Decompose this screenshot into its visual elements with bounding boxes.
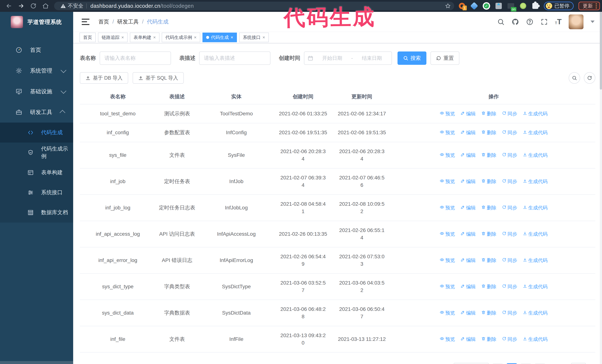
sidebar-item-infra[interactable]: 基础设施 [0, 81, 73, 102]
generate-code-link[interactable]: 生成代码 [523, 257, 548, 264]
browser-forward-icon[interactable] [18, 3, 24, 9]
delete-link[interactable]: 删除 [481, 309, 496, 317]
sidebar-item-home[interactable]: 首页 [0, 40, 73, 60]
sidebar-item-system[interactable]: 系统管理 [0, 60, 73, 81]
preview-link[interactable]: 预览 [440, 110, 455, 117]
delete-link[interactable]: 删除 [481, 178, 496, 185]
generate-code-link[interactable]: 生成代码 [523, 110, 548, 117]
goto-page-input[interactable] [571, 363, 586, 364]
search-button[interactable]: 搜索 [398, 52, 426, 65]
preview-link[interactable]: 预览 [440, 151, 455, 159]
tab-首页[interactable]: 首页 [79, 32, 96, 42]
import-db-button[interactable]: 基于 DB 导入 [80, 72, 128, 84]
sidebar-subitem-表单构建[interactable]: 表单构建 [0, 163, 73, 183]
delete-link[interactable]: 删除 [481, 283, 496, 290]
tab-close-icon[interactable]: × [121, 35, 124, 40]
date-range-picker[interactable]: 开始日期 - 结束日期 [304, 52, 392, 65]
end-date-placeholder[interactable]: 结束日期 [355, 55, 388, 62]
tab-系统接口[interactable]: 系统接口× [239, 32, 269, 42]
tab-代码生成[interactable]: 代码生成× [203, 32, 237, 42]
tab-代码生成示例[interactable]: 代码生成示例× [162, 32, 200, 42]
tab-链路追踪[interactable]: 链路追踪× [98, 32, 128, 42]
generate-code-link[interactable]: 生成代码 [523, 230, 548, 238]
avatar-caret-icon[interactable] [591, 21, 595, 25]
extension-gem-icon[interactable] [471, 2, 478, 10]
preview-link[interactable]: 预览 [440, 257, 455, 264]
generate-code-link[interactable]: 生成代码 [523, 309, 548, 317]
security-label[interactable]: 不安全 [68, 2, 83, 10]
extension-monkey-icon[interactable] [519, 2, 527, 10]
generate-code-link[interactable]: 生成代码 [523, 129, 548, 136]
preview-link[interactable]: 预览 [440, 283, 455, 290]
user-avatar[interactable] [569, 14, 583, 29]
preview-link[interactable]: 预览 [440, 309, 455, 317]
sync-link[interactable]: 同步 [502, 335, 517, 343]
extension-shield-icon[interactable]: ✓ [483, 2, 490, 10]
edit-link[interactable]: 编辑 [461, 151, 476, 159]
github-icon[interactable] [512, 18, 519, 26]
browser-reload-icon[interactable] [30, 3, 37, 9]
sync-link[interactable]: 同步 [502, 257, 517, 264]
preview-link[interactable]: 预览 [440, 230, 455, 238]
preview-link[interactable]: 预览 [440, 204, 455, 211]
edit-link[interactable]: 编辑 [461, 257, 476, 264]
reset-button[interactable]: 重置 [430, 52, 459, 65]
generate-code-link[interactable]: 生成代码 [523, 178, 548, 185]
app-logo-row[interactable]: 芋道管理系统 [0, 12, 73, 32]
edit-link[interactable]: 编辑 [461, 335, 476, 343]
browser-home-icon[interactable] [42, 3, 49, 9]
import-sql-button[interactable]: 基于 SQL 导入 [133, 72, 184, 84]
search-icon[interactable] [497, 18, 505, 26]
page-button-1[interactable]: 1 [507, 363, 517, 364]
browser-update-button[interactable]: 更新 [579, 2, 600, 10]
preview-link[interactable]: 预览 [440, 129, 455, 136]
url-text[interactable]: dashboard.yudao.iocoder.cn/tool/codegen [90, 3, 194, 9]
breadcrumb-item[interactable]: 首页 [98, 18, 109, 26]
sidebar-subitem-代码生成示例[interactable]: 代码生成示例 [0, 143, 73, 163]
edit-link[interactable]: 编辑 [461, 110, 476, 117]
sync-link[interactable]: 同步 [502, 283, 517, 290]
extension-columns-icon[interactable] [495, 2, 502, 10]
edit-link[interactable]: 编辑 [461, 204, 476, 211]
sync-link[interactable]: 同步 [502, 110, 517, 117]
preview-link[interactable]: 预览 [440, 178, 455, 185]
delete-link[interactable]: 删除 [481, 230, 496, 238]
sidebar-subitem-系统接口[interactable]: 系统接口 [0, 183, 73, 203]
page-scrollbar-thumb[interactable] [600, 12, 602, 90]
edit-link[interactable]: 编辑 [461, 230, 476, 238]
preview-link[interactable]: 预览 [440, 335, 455, 343]
extensions-puzzle-icon[interactable] [532, 2, 539, 10]
delete-link[interactable]: 删除 [481, 335, 496, 343]
delete-link[interactable]: 删除 [481, 204, 496, 211]
page-button-2[interactable]: 2 [521, 363, 531, 364]
generate-code-link[interactable]: 生成代码 [523, 283, 548, 290]
fullscreen-icon[interactable] [540, 18, 548, 26]
table-name-input[interactable] [105, 55, 166, 61]
extension-switch-icon[interactable]: on [507, 2, 515, 10]
generate-code-link[interactable]: 生成代码 [523, 151, 548, 159]
edit-link[interactable]: 编辑 [461, 309, 476, 317]
edit-link[interactable]: 编辑 [461, 129, 476, 136]
edit-link[interactable]: 编辑 [461, 178, 476, 185]
sidebar-subitem-代码生成[interactable]: 代码生成 [0, 123, 73, 143]
sidebar-hscrollbar[interactable] [0, 361, 73, 364]
sync-link[interactable]: 同步 [502, 230, 517, 238]
sync-link[interactable]: 同步 [502, 129, 517, 136]
sync-link[interactable]: 同步 [502, 204, 517, 211]
delete-link[interactable]: 删除 [481, 257, 496, 264]
toggle-search-button[interactable] [569, 72, 580, 84]
generate-code-link[interactable]: 生成代码 [523, 335, 548, 343]
edit-link[interactable]: 编辑 [461, 283, 476, 290]
start-date-placeholder[interactable]: 开始日期 [316, 55, 349, 62]
browser-back-icon[interactable] [6, 3, 12, 9]
delete-link[interactable]: 删除 [481, 151, 496, 159]
tab-表单构建[interactable]: 表单构建× [130, 32, 160, 42]
font-size-icon[interactable]: тT [555, 18, 562, 26]
next-page-button[interactable]: › [535, 363, 545, 364]
tab-close-icon[interactable]: × [231, 35, 233, 40]
generate-code-link[interactable]: 生成代码 [523, 204, 548, 211]
bookmark-star-icon[interactable] [445, 3, 451, 9]
delete-link[interactable]: 删除 [481, 129, 496, 136]
sync-link[interactable]: 同步 [502, 178, 517, 185]
page-size-select[interactable]: 10条/页 [454, 363, 489, 364]
